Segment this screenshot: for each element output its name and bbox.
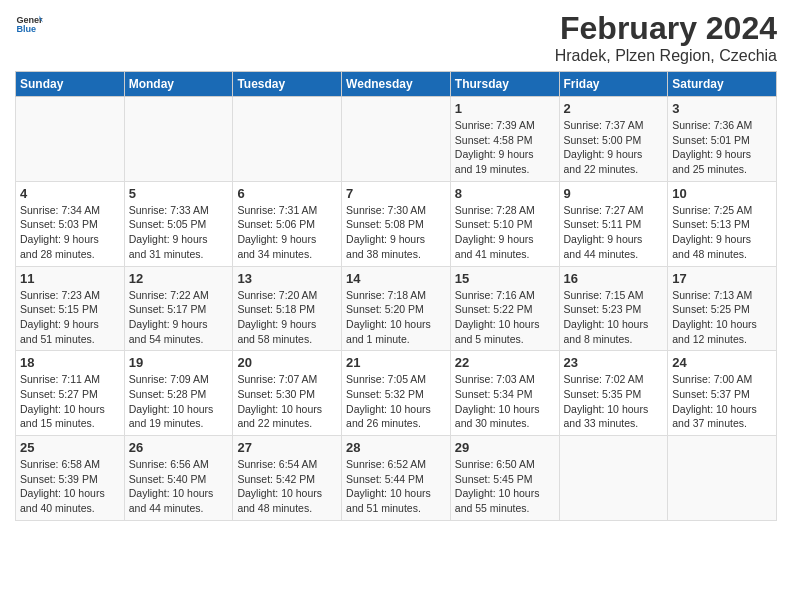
- calendar-cell: 16Sunrise: 7:15 AM Sunset: 5:23 PM Dayli…: [559, 266, 668, 351]
- header: General Blue February 2024 Hradek, Plzen…: [15, 10, 777, 65]
- day-number: 16: [564, 271, 664, 286]
- day-number: 10: [672, 186, 772, 201]
- calendar-cell: [233, 97, 342, 182]
- day-of-week-header: Tuesday: [233, 72, 342, 97]
- calendar-cell: 27Sunrise: 6:54 AM Sunset: 5:42 PM Dayli…: [233, 436, 342, 521]
- calendar-cell: 1Sunrise: 7:39 AM Sunset: 4:58 PM Daylig…: [450, 97, 559, 182]
- logo: General Blue: [15, 10, 43, 38]
- calendar-cell: 3Sunrise: 7:36 AM Sunset: 5:01 PM Daylig…: [668, 97, 777, 182]
- calendar-cell: 15Sunrise: 7:16 AM Sunset: 5:22 PM Dayli…: [450, 266, 559, 351]
- day-number: 29: [455, 440, 555, 455]
- svg-text:Blue: Blue: [16, 24, 36, 34]
- cell-content: Sunrise: 7:20 AM Sunset: 5:18 PM Dayligh…: [237, 288, 337, 347]
- cell-content: Sunrise: 7:11 AM Sunset: 5:27 PM Dayligh…: [20, 372, 120, 431]
- calendar-table: SundayMondayTuesdayWednesdayThursdayFrid…: [15, 71, 777, 521]
- calendar-cell: 22Sunrise: 7:03 AM Sunset: 5:34 PM Dayli…: [450, 351, 559, 436]
- calendar-cell: 5Sunrise: 7:33 AM Sunset: 5:05 PM Daylig…: [124, 181, 233, 266]
- cell-content: Sunrise: 6:58 AM Sunset: 5:39 PM Dayligh…: [20, 457, 120, 516]
- day-of-week-header: Saturday: [668, 72, 777, 97]
- calendar-cell: 26Sunrise: 6:56 AM Sunset: 5:40 PM Dayli…: [124, 436, 233, 521]
- calendar-cell: 4Sunrise: 7:34 AM Sunset: 5:03 PM Daylig…: [16, 181, 125, 266]
- calendar-week-row: 18Sunrise: 7:11 AM Sunset: 5:27 PM Dayli…: [16, 351, 777, 436]
- cell-content: Sunrise: 7:33 AM Sunset: 5:05 PM Dayligh…: [129, 203, 229, 262]
- cell-content: Sunrise: 6:52 AM Sunset: 5:44 PM Dayligh…: [346, 457, 446, 516]
- cell-content: Sunrise: 6:54 AM Sunset: 5:42 PM Dayligh…: [237, 457, 337, 516]
- calendar-cell: 9Sunrise: 7:27 AM Sunset: 5:11 PM Daylig…: [559, 181, 668, 266]
- calendar-cell: 28Sunrise: 6:52 AM Sunset: 5:44 PM Dayli…: [342, 436, 451, 521]
- cell-content: Sunrise: 7:18 AM Sunset: 5:20 PM Dayligh…: [346, 288, 446, 347]
- cell-content: Sunrise: 7:02 AM Sunset: 5:35 PM Dayligh…: [564, 372, 664, 431]
- calendar-week-row: 25Sunrise: 6:58 AM Sunset: 5:39 PM Dayli…: [16, 436, 777, 521]
- logo-icon: General Blue: [15, 10, 43, 38]
- day-number: 17: [672, 271, 772, 286]
- day-number: 5: [129, 186, 229, 201]
- cell-content: Sunrise: 7:25 AM Sunset: 5:13 PM Dayligh…: [672, 203, 772, 262]
- cell-content: Sunrise: 7:28 AM Sunset: 5:10 PM Dayligh…: [455, 203, 555, 262]
- cell-content: Sunrise: 7:05 AM Sunset: 5:32 PM Dayligh…: [346, 372, 446, 431]
- calendar-cell: [668, 436, 777, 521]
- cell-content: Sunrise: 7:15 AM Sunset: 5:23 PM Dayligh…: [564, 288, 664, 347]
- day-number: 24: [672, 355, 772, 370]
- day-number: 13: [237, 271, 337, 286]
- calendar-cell: 18Sunrise: 7:11 AM Sunset: 5:27 PM Dayli…: [16, 351, 125, 436]
- day-number: 28: [346, 440, 446, 455]
- cell-content: Sunrise: 7:39 AM Sunset: 4:58 PM Dayligh…: [455, 118, 555, 177]
- calendar-cell: 12Sunrise: 7:22 AM Sunset: 5:17 PM Dayli…: [124, 266, 233, 351]
- day-number: 6: [237, 186, 337, 201]
- cell-content: Sunrise: 7:36 AM Sunset: 5:01 PM Dayligh…: [672, 118, 772, 177]
- calendar-cell: 7Sunrise: 7:30 AM Sunset: 5:08 PM Daylig…: [342, 181, 451, 266]
- cell-content: Sunrise: 7:09 AM Sunset: 5:28 PM Dayligh…: [129, 372, 229, 431]
- day-number: 4: [20, 186, 120, 201]
- cell-content: Sunrise: 7:31 AM Sunset: 5:06 PM Dayligh…: [237, 203, 337, 262]
- calendar-cell: 24Sunrise: 7:00 AM Sunset: 5:37 PM Dayli…: [668, 351, 777, 436]
- day-number: 21: [346, 355, 446, 370]
- calendar-cell: 19Sunrise: 7:09 AM Sunset: 5:28 PM Dayli…: [124, 351, 233, 436]
- cell-content: Sunrise: 7:37 AM Sunset: 5:00 PM Dayligh…: [564, 118, 664, 177]
- day-number: 26: [129, 440, 229, 455]
- day-number: 8: [455, 186, 555, 201]
- cell-content: Sunrise: 7:30 AM Sunset: 5:08 PM Dayligh…: [346, 203, 446, 262]
- page-subtitle: Hradek, Plzen Region, Czechia: [555, 47, 777, 65]
- calendar-cell: 20Sunrise: 7:07 AM Sunset: 5:30 PM Dayli…: [233, 351, 342, 436]
- calendar-cell: 17Sunrise: 7:13 AM Sunset: 5:25 PM Dayli…: [668, 266, 777, 351]
- day-number: 2: [564, 101, 664, 116]
- day-of-week-header: Thursday: [450, 72, 559, 97]
- cell-content: Sunrise: 7:16 AM Sunset: 5:22 PM Dayligh…: [455, 288, 555, 347]
- cell-content: Sunrise: 7:13 AM Sunset: 5:25 PM Dayligh…: [672, 288, 772, 347]
- day-of-week-header: Monday: [124, 72, 233, 97]
- day-number: 22: [455, 355, 555, 370]
- day-number: 9: [564, 186, 664, 201]
- day-number: 7: [346, 186, 446, 201]
- day-of-week-header: Wednesday: [342, 72, 451, 97]
- day-number: 18: [20, 355, 120, 370]
- cell-content: Sunrise: 7:03 AM Sunset: 5:34 PM Dayligh…: [455, 372, 555, 431]
- day-number: 12: [129, 271, 229, 286]
- calendar-cell: [16, 97, 125, 182]
- cell-content: Sunrise: 6:50 AM Sunset: 5:45 PM Dayligh…: [455, 457, 555, 516]
- calendar-cell: [124, 97, 233, 182]
- cell-content: Sunrise: 7:27 AM Sunset: 5:11 PM Dayligh…: [564, 203, 664, 262]
- calendar-week-row: 1Sunrise: 7:39 AM Sunset: 4:58 PM Daylig…: [16, 97, 777, 182]
- calendar-cell: 21Sunrise: 7:05 AM Sunset: 5:32 PM Dayli…: [342, 351, 451, 436]
- calendar-cell: [342, 97, 451, 182]
- day-number: 19: [129, 355, 229, 370]
- day-number: 27: [237, 440, 337, 455]
- cell-content: Sunrise: 7:34 AM Sunset: 5:03 PM Dayligh…: [20, 203, 120, 262]
- calendar-cell: 25Sunrise: 6:58 AM Sunset: 5:39 PM Dayli…: [16, 436, 125, 521]
- calendar-week-row: 11Sunrise: 7:23 AM Sunset: 5:15 PM Dayli…: [16, 266, 777, 351]
- day-number: 11: [20, 271, 120, 286]
- svg-text:General: General: [16, 15, 43, 25]
- calendar-cell: 11Sunrise: 7:23 AM Sunset: 5:15 PM Dayli…: [16, 266, 125, 351]
- cell-content: Sunrise: 7:23 AM Sunset: 5:15 PM Dayligh…: [20, 288, 120, 347]
- day-number: 14: [346, 271, 446, 286]
- calendar-cell: 6Sunrise: 7:31 AM Sunset: 5:06 PM Daylig…: [233, 181, 342, 266]
- day-of-week-header: Friday: [559, 72, 668, 97]
- calendar-header: SundayMondayTuesdayWednesdayThursdayFrid…: [16, 72, 777, 97]
- calendar-cell: 10Sunrise: 7:25 AM Sunset: 5:13 PM Dayli…: [668, 181, 777, 266]
- day-number: 15: [455, 271, 555, 286]
- cell-content: Sunrise: 7:22 AM Sunset: 5:17 PM Dayligh…: [129, 288, 229, 347]
- calendar-cell: 23Sunrise: 7:02 AM Sunset: 5:35 PM Dayli…: [559, 351, 668, 436]
- calendar-cell: 14Sunrise: 7:18 AM Sunset: 5:20 PM Dayli…: [342, 266, 451, 351]
- calendar-cell: 29Sunrise: 6:50 AM Sunset: 5:45 PM Dayli…: [450, 436, 559, 521]
- day-number: 3: [672, 101, 772, 116]
